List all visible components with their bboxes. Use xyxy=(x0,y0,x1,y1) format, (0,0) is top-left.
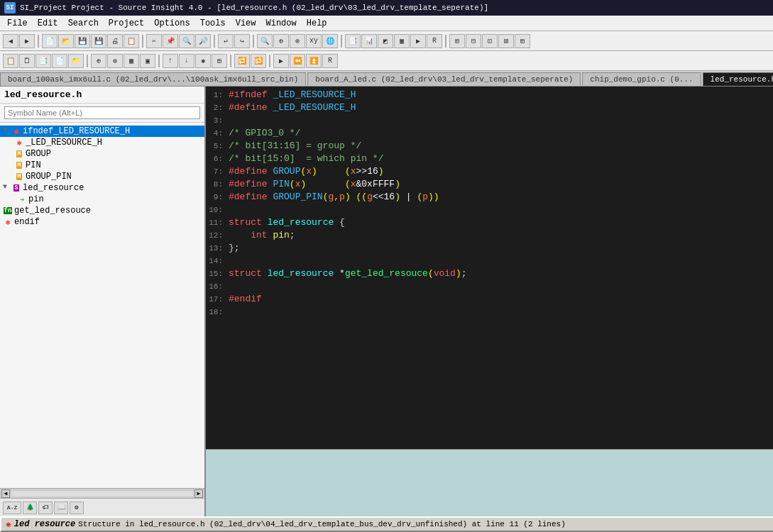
menu-bar: File Edit Search Project Options Tools V… xyxy=(0,16,773,31)
tb-new[interactable]: 📄 xyxy=(42,34,57,48)
tb-idx4[interactable]: ▦ xyxy=(394,34,410,48)
tb-win1[interactable]: ⊞ xyxy=(449,34,465,48)
tb-idx2[interactable]: 📊 xyxy=(361,34,377,48)
tb-find2[interactable]: 🔎 xyxy=(195,34,211,48)
tab-board-100ask[interactable]: board_100ask_imx6ull.c (02_led_drv\...\1… xyxy=(0,72,306,86)
lb-tree[interactable]: 🌲 xyxy=(23,501,37,514)
tb-open[interactable]: 📂 xyxy=(58,34,74,48)
tb2-sep-2 xyxy=(158,55,160,67)
tree-item-get-led-resouce[interactable]: fn get_led_resouce xyxy=(0,205,204,216)
tb2-1[interactable]: 📋 xyxy=(3,54,18,68)
tb-win3[interactable]: ⊡ xyxy=(482,34,498,48)
tb-paste[interactable]: 📌 xyxy=(163,34,178,48)
tb2-17[interactable]: ⏪ xyxy=(290,54,305,68)
tb2-14[interactable]: 🔁 xyxy=(234,54,250,68)
tb-win5[interactable]: ⊞ xyxy=(515,34,530,48)
tb2-15[interactable]: 🔂 xyxy=(251,54,266,68)
tb-save[interactable]: 💾 xyxy=(75,34,90,48)
tb-zoom4[interactable]: xy xyxy=(306,34,322,48)
tree-item-group-pin[interactable]: M GROUP_PIN xyxy=(0,171,204,182)
tb2-3[interactable]: 📑 xyxy=(35,54,51,68)
line-num-18: 18: xyxy=(206,308,229,316)
tb-web[interactable]: 🌐 xyxy=(322,34,338,48)
tb2-sep-3 xyxy=(230,55,231,67)
code-line-6: 6: /* bit[15:0] = which pin */ xyxy=(206,153,773,166)
tb-copy2[interactable]: 📋 xyxy=(124,34,139,48)
code-editor[interactable]: 1: #ifndef _LED_RESOURCE_H 2: #define _L… xyxy=(206,87,773,449)
tb-zoom1[interactable]: 🔍 xyxy=(257,34,273,48)
tb2-18[interactable]: ⏫ xyxy=(306,54,322,68)
line-num-8: 8: xyxy=(206,180,229,189)
scroll-track[interactable] xyxy=(11,491,193,497)
tb-idx3[interactable]: ◩ xyxy=(378,34,393,48)
tb2-11[interactable]: ↓ xyxy=(179,54,194,68)
menu-tools[interactable]: Tools xyxy=(196,17,230,30)
tb-print[interactable]: 🖨 xyxy=(107,34,123,48)
line-content-15: struct led_resource *get_led_resouce(voi… xyxy=(229,268,467,279)
symbol-search-input[interactable] xyxy=(4,106,200,119)
tb-idx1[interactable]: 📑 xyxy=(345,34,361,48)
tree-item-led-resource-struct[interactable]: ▼ S led_resource xyxy=(0,182,204,194)
tab-bar: board_100ask_imx6ull.c (02_led_drv\...\1… xyxy=(0,71,773,87)
tb2-12[interactable]: ✱ xyxy=(195,54,211,68)
tb2-4[interactable]: 📄 xyxy=(52,54,67,68)
tb2-5[interactable]: 📁 xyxy=(68,54,84,68)
tree-item-ifndef[interactable]: ▼ ✱ ifndef_LED_RESOURCE_H xyxy=(0,126,204,137)
scroll-right-arrow[interactable]: ▶ xyxy=(194,489,203,498)
tb2-6[interactable]: ⊕ xyxy=(91,54,106,68)
status-icon: ❋ xyxy=(6,519,11,530)
tb2-13[interactable]: ⊞ xyxy=(212,54,227,68)
tb-redo[interactable]: ↪ xyxy=(234,34,250,48)
tb-sep-2 xyxy=(142,35,143,48)
lb-az[interactable]: A-Z xyxy=(3,501,21,514)
tree-item-led-resource-h[interactable]: ✱ _LED_RESOURCE_H xyxy=(0,137,204,148)
menu-search[interactable]: Search xyxy=(64,17,103,30)
tb2-2[interactable]: 🗒 xyxy=(19,54,35,68)
tb-save2[interactable]: 💾 xyxy=(91,34,106,48)
tb-forward[interactable]: ▶ xyxy=(19,34,35,48)
menu-file[interactable]: File xyxy=(3,17,32,30)
lb-book[interactable]: 📖 xyxy=(54,501,68,514)
tb-undo[interactable]: ↩ xyxy=(218,34,234,48)
tb-win4[interactable]: ⊠ xyxy=(498,34,514,48)
lb-tag[interactable]: 🏷 xyxy=(38,501,53,514)
tab-board-a-led[interactable]: board_A_led.c (02_led_drv\03_led_drv_tem… xyxy=(307,72,581,86)
line-num-12: 12: xyxy=(206,231,229,240)
tb-idx5[interactable]: ▶ xyxy=(410,34,426,48)
left-panel-toolbar: A-Z 🌲 🏷 📖 ⚙ xyxy=(0,498,204,516)
tree-item-endif[interactable]: ✱ endif xyxy=(0,216,204,228)
tb2-16[interactable]: ▶ xyxy=(273,54,289,68)
menu-options[interactable]: Options xyxy=(150,17,194,30)
scroll-left-arrow[interactable]: ◀ xyxy=(1,489,10,498)
tb-zoom2[interactable]: ⊕ xyxy=(273,34,289,48)
tb2-9[interactable]: ▣ xyxy=(140,54,155,68)
lb-gear[interactable]: ⚙ xyxy=(70,501,84,514)
menu-window[interactable]: Window xyxy=(262,17,301,30)
tree-item-group[interactable]: M GROUP xyxy=(0,148,204,160)
tree-item-pin[interactable]: M PIN xyxy=(0,160,204,171)
code-area: 1: #ifndef _LED_RESOURCE_H 2: #define _L… xyxy=(206,87,773,516)
menu-edit[interactable]: Edit xyxy=(33,17,62,30)
line-num-13: 13: xyxy=(206,244,229,253)
tb-zoom3[interactable]: ⊗ xyxy=(290,34,305,48)
line-num-2: 2: xyxy=(206,104,229,112)
tree-label-pin-field: pin xyxy=(28,194,44,204)
tb-win2[interactable]: ⊟ xyxy=(466,34,481,48)
tb2-7[interactable]: ⊗ xyxy=(107,54,123,68)
title-bar: SI SI_Project Project - Source Insight 4… xyxy=(0,0,773,16)
tb-cut[interactable]: ✂ xyxy=(146,34,162,48)
menu-help[interactable]: Help xyxy=(302,17,331,30)
tree-item-pin-field[interactable]: ➜ pin xyxy=(0,194,204,205)
tab-chip-demo[interactable]: chip_demo_gpio.c (0... xyxy=(582,72,701,86)
left-panel-hscroll[interactable]: ◀ ▶ xyxy=(0,488,204,498)
tb2-19[interactable]: R xyxy=(322,54,338,68)
menu-view[interactable]: View xyxy=(231,17,261,30)
menu-project[interactable]: Project xyxy=(104,17,148,30)
tb-find[interactable]: 🔍 xyxy=(179,34,194,48)
tab-led-resource[interactable]: led_resource.h xyxy=(703,72,773,86)
tb-idx6[interactable]: R xyxy=(427,34,442,48)
tb2-8[interactable]: ▦ xyxy=(124,54,139,68)
define-icon-endif: ✱ xyxy=(3,217,13,227)
tb-back[interactable]: ◀ xyxy=(3,34,18,48)
tb2-10[interactable]: ↑ xyxy=(163,54,178,68)
